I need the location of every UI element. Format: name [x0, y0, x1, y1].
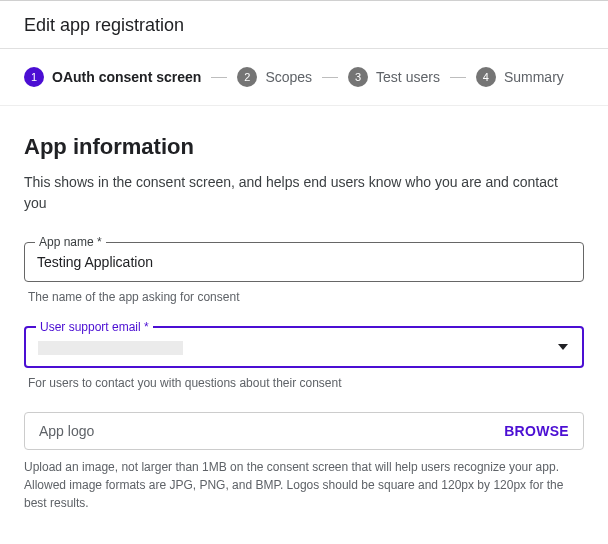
- support-email-label: User support email *: [36, 320, 153, 334]
- step-label: OAuth consent screen: [52, 69, 201, 85]
- step-number: 4: [476, 67, 496, 87]
- app-name-label: App name *: [35, 235, 106, 249]
- section-heading: App information: [24, 134, 584, 160]
- chevron-down-icon[interactable]: [558, 344, 568, 350]
- step-scopes[interactable]: 2 Scopes: [237, 67, 312, 87]
- app-name-field[interactable]: App name * Testing Application: [24, 242, 584, 282]
- app-name-helper: The name of the app asking for consent: [28, 290, 580, 304]
- step-label: Scopes: [265, 69, 312, 85]
- step-number: 3: [348, 67, 368, 87]
- step-separator: [322, 77, 338, 78]
- step-number: 2: [237, 67, 257, 87]
- step-summary[interactable]: 4 Summary: [476, 67, 564, 87]
- step-number: 1: [24, 67, 44, 87]
- browse-button[interactable]: BROWSE: [504, 423, 569, 439]
- section-description: This shows in the consent screen, and he…: [24, 172, 564, 214]
- app-logo-helper: Upload an image, not larger than 1MB on …: [24, 458, 564, 512]
- support-email-field[interactable]: User support email *: [24, 326, 584, 368]
- app-name-value[interactable]: Testing Application: [37, 254, 153, 270]
- step-test-users[interactable]: 3 Test users: [348, 67, 440, 87]
- step-label: Test users: [376, 69, 440, 85]
- step-separator: [450, 77, 466, 78]
- app-logo-field: App logo BROWSE: [24, 412, 584, 450]
- support-email-value[interactable]: [38, 341, 183, 355]
- support-email-helper: For users to contact you with questions …: [28, 376, 580, 390]
- stepper: 1 OAuth consent screen 2 Scopes 3 Test u…: [0, 49, 608, 106]
- step-label: Summary: [504, 69, 564, 85]
- content-area: App information This shows in the consen…: [0, 106, 608, 512]
- app-logo-label: App logo: [39, 423, 94, 439]
- step-separator: [211, 77, 227, 78]
- step-oauth-consent[interactable]: 1 OAuth consent screen: [24, 67, 201, 87]
- page-title: Edit app registration: [0, 0, 608, 49]
